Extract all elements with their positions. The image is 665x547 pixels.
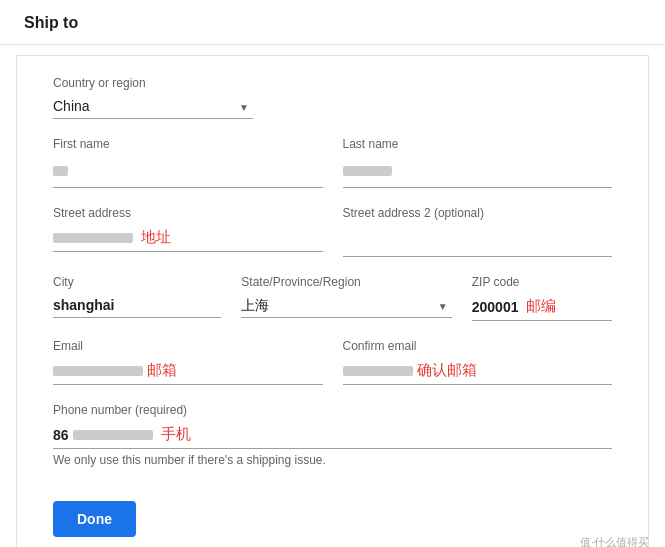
country-select-wrapper[interactable]: China United States Japan Germany France <box>53 94 253 119</box>
street-label: Street address <box>53 206 323 220</box>
zip-value: 200001 <box>472 299 519 315</box>
city-state-zip-row: City shanghai State/Province/Region 上海 北… <box>53 275 612 339</box>
street-row: Street address 地址 Street address 2 (opti… <box>53 206 612 275</box>
last-name-field-group: Last name <box>343 137 613 188</box>
watermark: 值·什么值得买 <box>580 535 649 547</box>
city-field-group: City shanghai <box>53 275 221 321</box>
phone-help-text: We only use this number if there's a shi… <box>53 453 612 467</box>
phone-value-row: 86 手机 <box>53 421 612 449</box>
page-title: Ship to <box>24 14 641 32</box>
email-value-row: 邮箱 <box>53 357 323 385</box>
first-name-value-row <box>53 155 323 188</box>
street-value-row: 地址 <box>53 224 323 252</box>
confirm-email-label: Confirm email <box>343 339 613 353</box>
country-label: Country or region <box>53 76 612 90</box>
street-field-group: Street address 地址 <box>53 206 323 257</box>
street2-value-row <box>343 224 613 257</box>
email-annotation: 邮箱 <box>147 361 177 380</box>
email-blurred <box>53 366 143 376</box>
confirm-email-annotation: 确认邮箱 <box>417 361 477 380</box>
last-name-input[interactable] <box>392 159 612 183</box>
phone-blurred <box>73 430 153 440</box>
street-annotation: 地址 <box>141 228 171 247</box>
city-value-row: shanghai <box>53 293 221 318</box>
last-name-value-row <box>343 155 613 188</box>
done-button[interactable]: Done <box>53 501 136 537</box>
street-blurred <box>53 233 133 243</box>
state-field-group: State/Province/Region 上海 北京 广东 <box>241 275 451 321</box>
first-name-blurred <box>53 166 68 176</box>
first-name-input[interactable] <box>68 159 322 183</box>
city-label: City <box>53 275 221 289</box>
form-container: Country or region China United States Ja… <box>16 55 649 547</box>
first-name-label: First name <box>53 137 323 151</box>
street2-field-group: Street address 2 (optional) <box>343 206 613 257</box>
name-row: First name Last name <box>53 137 612 206</box>
phone-annotation: 手机 <box>161 425 191 444</box>
state-select[interactable]: 上海 北京 广东 <box>241 293 451 318</box>
zip-field-group: ZIP code 200001 邮编 <box>472 275 612 321</box>
city-value: shanghai <box>53 297 114 313</box>
email-row: Email 邮箱 Confirm email 确认邮箱 <box>53 339 612 403</box>
last-name-label: Last name <box>343 137 613 151</box>
country-select[interactable]: China United States Japan Germany France <box>53 94 253 119</box>
page-wrapper: Ship to Country or region China United S… <box>0 0 665 547</box>
zip-label: ZIP code <box>472 275 612 289</box>
phone-prefix: 86 <box>53 427 69 443</box>
zip-annotation: 邮编 <box>526 297 556 316</box>
state-select-wrapper[interactable]: 上海 北京 广东 <box>241 293 451 318</box>
confirm-email-field-group: Confirm email 确认邮箱 <box>343 339 613 385</box>
email-label: Email <box>53 339 323 353</box>
last-name-blurred <box>343 166 392 176</box>
state-label: State/Province/Region <box>241 275 451 289</box>
confirm-email-blurred <box>343 366 413 376</box>
phone-field-group: Phone number (required) 86 手机 We only us… <box>53 403 612 467</box>
phone-label: Phone number (required) <box>53 403 612 417</box>
email-field-group: Email 邮箱 <box>53 339 323 385</box>
confirm-email-value-row: 确认邮箱 <box>343 357 613 385</box>
street2-input[interactable] <box>343 228 613 252</box>
street2-label: Street address 2 (optional) <box>343 206 613 220</box>
first-name-field-group: First name <box>53 137 323 188</box>
country-field-group: Country or region China United States Ja… <box>53 76 612 119</box>
section-header: Ship to <box>0 0 665 45</box>
zip-value-row: 200001 邮编 <box>472 293 612 321</box>
